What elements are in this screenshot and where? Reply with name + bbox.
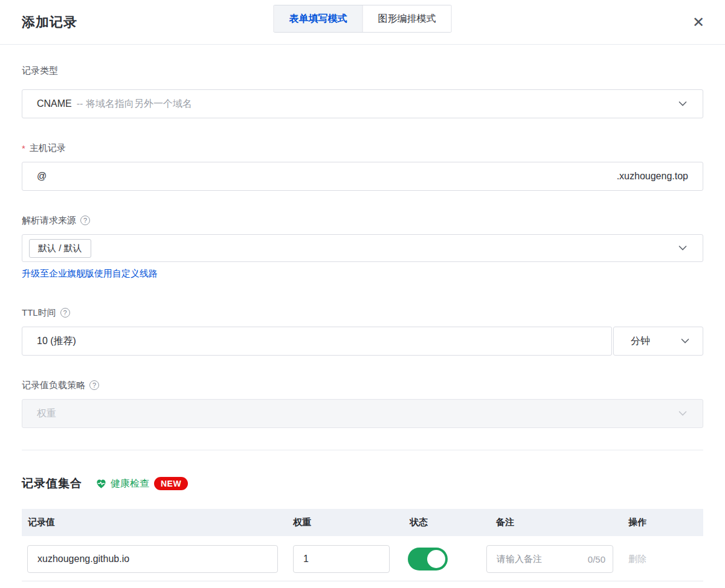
record-type-hint: -- 将域名指向另外一个域名	[77, 98, 192, 110]
dialog-body: 记录类型 CNAME -- 将域名指向另外一个域名 * 主机记录 .xuzhou…	[0, 65, 725, 581]
weight-input[interactable]	[293, 545, 390, 573]
page-title: 添加记录	[22, 13, 77, 31]
record-value-input[interactable]	[27, 545, 278, 573]
col-header-note: 备注	[486, 517, 628, 528]
col-header-record-value: 记录值	[22, 517, 293, 528]
health-check-icon	[95, 478, 107, 490]
note-char-counter: 0/50	[588, 554, 605, 564]
chevron-down-icon	[677, 408, 688, 419]
table-header-row: 记录值 权重 状态 备注 操作	[22, 509, 703, 536]
host-record-input[interactable]	[37, 171, 610, 182]
line-source-label-row: 解析请求来源 ?	[22, 214, 703, 226]
help-icon[interactable]: ?	[89, 380, 99, 390]
close-icon[interactable]: ✕	[692, 15, 704, 30]
delete-row-link[interactable]: 删除	[628, 554, 646, 564]
domain-suffix: .xuzhougeng.top	[617, 171, 688, 182]
col-header-status: 状态	[408, 517, 486, 528]
load-policy-value: 权重	[37, 407, 56, 420]
ttl-row: 分钟	[22, 327, 703, 356]
host-record-label: 主机记录	[30, 142, 66, 154]
record-type-value: CNAME	[37, 98, 72, 109]
record-values-table: 记录值 权重 状态 备注 操作 请输入备注 0/50	[22, 509, 703, 581]
chevron-down-icon	[677, 98, 688, 109]
ttl-label-row: TTL时间 ?	[22, 307, 703, 319]
section-divider	[22, 450, 703, 450]
tab-graph-mode[interactable]: 图形编排模式	[362, 5, 451, 32]
status-toggle[interactable]	[408, 548, 448, 570]
record-set-title: 记录值集合	[22, 476, 82, 491]
host-record-input-box: .xuzhougeng.top	[22, 162, 703, 191]
load-policy-label: 记录值负载策略	[22, 380, 85, 391]
health-check-label: 健康检查	[111, 478, 149, 490]
load-policy-select: 权重	[22, 399, 703, 428]
help-icon[interactable]: ?	[80, 216, 90, 225]
required-asterisk: *	[22, 143, 25, 153]
table-row: 请输入备注 0/50 删除	[22, 536, 703, 581]
note-placeholder: 请输入备注	[497, 554, 542, 565]
line-source-tag: 默认 / 默认	[29, 239, 91, 258]
record-type-select[interactable]: CNAME -- 将域名指向另外一个域名	[22, 89, 703, 118]
ttl-unit-value: 分钟	[631, 335, 650, 348]
record-type-label-row: 记录类型	[22, 65, 703, 77]
col-header-weight: 权重	[293, 517, 408, 528]
chevron-down-icon	[680, 336, 691, 347]
host-record-label-row: * 主机记录	[22, 142, 703, 154]
chevron-down-icon	[677, 243, 688, 254]
tab-form-mode[interactable]: 表单填写模式	[274, 5, 362, 32]
ttl-input[interactable]	[22, 327, 612, 356]
record-type-label: 记录类型	[22, 65, 58, 77]
dialog-header: 添加记录 表单填写模式 图形编排模式 ✕	[0, 0, 725, 45]
line-source-select[interactable]: 默认 / 默认	[22, 234, 703, 262]
line-source-label: 解析请求来源	[22, 215, 76, 226]
ttl-label: TTL时间	[22, 307, 56, 319]
health-check-link[interactable]: 健康检查	[95, 478, 149, 490]
help-icon[interactable]: ?	[60, 308, 70, 318]
col-header-action: 操作	[628, 517, 703, 528]
toggle-knob	[427, 550, 445, 568]
mode-tab-group: 表单填写模式 图形编排模式	[274, 5, 452, 33]
new-badge: NEW	[154, 477, 188, 490]
upgrade-link[interactable]: 升级至企业旗舰版使用自定义线路	[22, 268, 158, 280]
ttl-unit-select[interactable]: 分钟	[613, 327, 703, 356]
note-input[interactable]: 请输入备注 0/50	[486, 545, 613, 573]
record-set-header: 记录值集合 健康检查 NEW	[22, 476, 703, 491]
load-policy-label-row: 记录值负载策略 ?	[22, 379, 703, 391]
